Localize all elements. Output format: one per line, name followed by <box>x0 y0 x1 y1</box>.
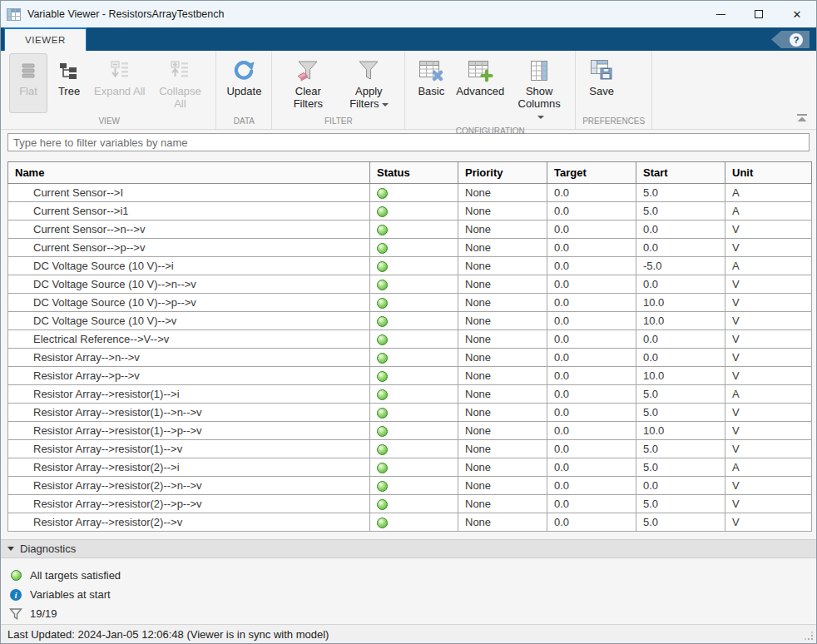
basic-button[interactable]: Basic <box>412 53 450 100</box>
status-cell <box>370 220 458 239</box>
resize-gripper[interactable] <box>805 632 815 642</box>
unit-cell: V <box>725 239 812 257</box>
column-header-priority[interactable]: Priority <box>458 162 547 184</box>
expand-all-label: Expand All <box>94 85 145 97</box>
column-header-status[interactable]: Status <box>370 162 458 184</box>
apply-filters-label: Apply Filters <box>343 85 394 111</box>
maximize-icon <box>755 10 763 18</box>
status-cell <box>370 257 458 275</box>
table-row[interactable]: Current Sensor-->p-->vNone0.00.0V <box>8 239 812 257</box>
status-cell <box>370 275 458 294</box>
unit-cell: V <box>725 440 812 458</box>
column-header-target[interactable]: Target <box>547 162 636 184</box>
collapse-all-label: Collapse All <box>154 85 205 111</box>
unit-cell: V <box>725 422 812 440</box>
advanced-button[interactable]: Advanced <box>453 53 508 100</box>
priority-cell: None <box>458 257 547 275</box>
collapse-all-button[interactable]: Collapse All <box>151 53 209 113</box>
maximize-button[interactable] <box>740 1 778 27</box>
tree-label: Tree <box>58 85 80 97</box>
target-cell: 0.0 <box>547 257 636 275</box>
save-button[interactable]: Save <box>582 53 621 100</box>
variable-name-cell: Resistor Array-->resistor(1)-->i <box>8 385 370 404</box>
tab-viewer[interactable]: VIEWER <box>4 27 87 51</box>
status-ok-icon <box>377 371 388 382</box>
show-columns-button[interactable]: Show Columns <box>510 53 568 126</box>
priority-cell: None <box>458 312 547 330</box>
table-row[interactable]: Resistor Array-->resistor(1)-->vNone0.05… <box>8 440 812 458</box>
column-header-name[interactable]: Name <box>8 162 370 184</box>
variable-name-cell: Resistor Array-->resistor(1)-->v <box>8 440 370 458</box>
variable-name-cell: Current Sensor-->n-->v <box>8 220 370 239</box>
priority-cell: None <box>458 477 547 495</box>
minimize-button[interactable] <box>701 1 740 27</box>
clear-filters-label: Clear Filters <box>282 85 334 111</box>
diagnostic-text: Variables at start <box>30 588 111 601</box>
table-row[interactable]: DC Voltage Source (10 V)-->p-->vNone0.01… <box>8 294 812 312</box>
status-cell <box>370 294 458 312</box>
status-cell <box>370 367 458 385</box>
update-button[interactable]: Update <box>223 53 265 100</box>
unit-cell: V <box>725 367 812 385</box>
table-row[interactable]: Resistor Array-->resistor(2)-->vNone0.05… <box>8 513 812 532</box>
table-row[interactable]: Electrical Reference-->V-->vNone0.00.0V <box>8 330 812 349</box>
advanced-config-icon <box>467 57 493 85</box>
help-button[interactable]: ? <box>771 31 810 48</box>
diagnostic-item-targets: All targets satisfied <box>9 566 816 585</box>
start-cell: 0.0 <box>636 275 725 294</box>
status-ok-icon <box>377 334 388 345</box>
collapse-ribbon-button[interactable] <box>796 111 808 126</box>
apply-filters-button[interactable]: Apply Filters <box>339 53 398 113</box>
table-row[interactable]: Resistor Array-->resistor(2)-->iNone0.05… <box>8 458 812 477</box>
tree-icon <box>58 57 80 85</box>
start-cell: 5.0 <box>636 440 725 458</box>
ribbon-tab-strip: VIEWER ? <box>1 27 816 51</box>
table-row[interactable]: Resistor Array-->resistor(2)-->p-->vNone… <box>8 495 812 513</box>
filter-variables-input[interactable] <box>7 133 810 151</box>
table-row[interactable]: Current Sensor-->n-->vNone0.00.0V <box>8 220 812 239</box>
table-row[interactable]: DC Voltage Source (10 V)-->n-->vNone0.00… <box>8 275 812 294</box>
section-label-preferences: PREFERENCES <box>582 116 645 129</box>
table-row[interactable]: Resistor Array-->resistor(2)-->n-->vNone… <box>8 477 812 495</box>
status-ok-icon <box>377 261 388 272</box>
column-header-start[interactable]: Start <box>636 162 725 184</box>
status-cell <box>370 422 458 440</box>
table-row[interactable]: Resistor Array-->p-->vNone0.010.0V <box>8 367 812 385</box>
table-row[interactable]: Current Sensor-->INone0.05.0A <box>8 184 812 202</box>
table-row[interactable]: Resistor Array-->resistor(1)-->iNone0.05… <box>8 385 812 404</box>
table-row[interactable]: Resistor Array-->n-->vNone0.00.0V <box>8 349 812 367</box>
status-cell <box>370 440 458 458</box>
variable-name-cell: Electrical Reference-->V-->v <box>8 330 370 349</box>
table-row[interactable]: DC Voltage Source (10 V)-->vNone0.010.0V <box>8 312 812 330</box>
diagnostic-text: 19/19 <box>30 607 57 620</box>
target-cell: 0.0 <box>547 312 636 330</box>
close-button[interactable]: ✕ <box>778 1 816 27</box>
table-row[interactable]: Current Sensor-->i1None0.05.0A <box>8 202 812 220</box>
variable-name-cell: Resistor Array-->resistor(1)-->p-->v <box>8 422 370 440</box>
variable-name-cell: Resistor Array-->resistor(2)-->p-->v <box>8 495 370 513</box>
unit-cell: V <box>725 349 812 367</box>
unit-cell: A <box>725 184 812 202</box>
basic-config-icon <box>418 57 444 85</box>
status-ok-icon <box>377 280 388 290</box>
status-ok-icon <box>377 481 388 492</box>
variable-viewer-window: Variable Viewer - ResistorsArrayTestbenc… <box>0 0 817 644</box>
diagnostics-header[interactable]: Diagnostics <box>1 539 816 558</box>
start-cell: 0.0 <box>636 220 725 239</box>
diagnostic-text: All targets satisfied <box>30 569 121 582</box>
flat-button[interactable]: Flat <box>9 53 47 113</box>
unit-cell: V <box>725 330 812 349</box>
expand-all-button[interactable]: Expand All <box>91 53 148 100</box>
table-row[interactable]: DC Voltage Source (10 V)-->iNone0.0-5.0A <box>8 257 812 275</box>
tree-button[interactable]: Tree <box>50 53 88 100</box>
clear-filters-button[interactable]: Clear Filters <box>279 53 337 113</box>
update-icon <box>231 57 256 85</box>
last-updated-text: Last Updated: 2024-Jan-05 12:06:48 (View… <box>7 628 329 641</box>
table-row[interactable]: Resistor Array-->resistor(1)-->p-->vNone… <box>8 422 812 440</box>
column-header-unit[interactable]: Unit <box>725 162 812 184</box>
apply-filters-icon <box>356 57 381 85</box>
advanced-label: Advanced <box>456 85 504 97</box>
diagnostics-title: Diagnostics <box>20 542 76 555</box>
table-row[interactable]: Resistor Array-->resistor(1)-->n-->vNone… <box>8 404 812 422</box>
start-cell: 0.0 <box>636 330 725 349</box>
